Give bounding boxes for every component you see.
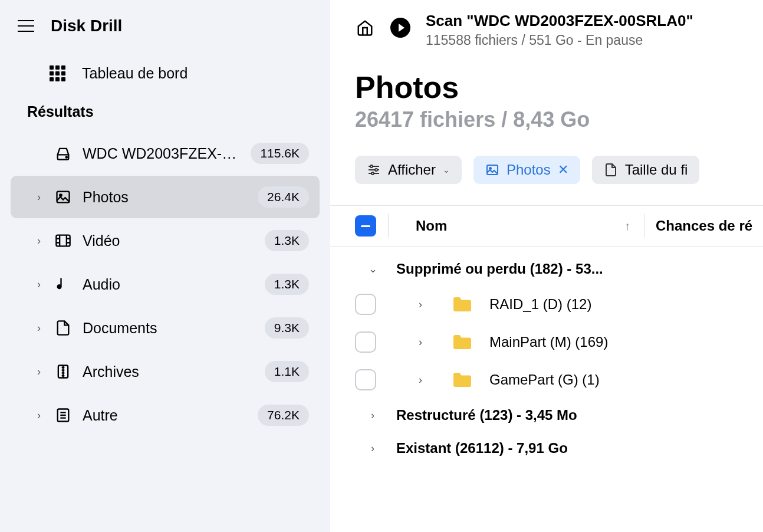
folder-label: RAID_1 (D) (12): [489, 296, 591, 313]
svg-point-8: [371, 172, 374, 175]
sidebar-item-audio[interactable]: › Audio 1.3K: [11, 263, 320, 306]
svg-point-0: [66, 156, 67, 157]
home-button[interactable]: [355, 18, 375, 38]
chevron-right-icon[interactable]: ›: [34, 278, 44, 291]
filter-size-button[interactable]: Taille du fi: [592, 156, 700, 184]
app-title: Disk Drill: [51, 17, 122, 35]
sidebar-item-label: Documents: [83, 320, 254, 337]
scan-info: Scan "WDC WD2003FZEX-00SRLA0" 115588 fic…: [426, 12, 693, 48]
select-all-checkbox[interactable]: [355, 215, 376, 237]
sidebar-item-disk[interactable]: › WDC WD2003FZEX-0... 115.6K: [11, 132, 320, 175]
filter-bar: Afficher ⌄ Photos ✕ Taille du fi: [330, 156, 763, 205]
count-badge: 1.3K: [265, 274, 309, 295]
count-badge: 115.6K: [251, 143, 309, 164]
hamburger-menu-button[interactable]: [18, 20, 34, 32]
chevron-right-icon[interactable]: ›: [355, 409, 390, 422]
svg-point-7: [375, 169, 377, 171]
play-button[interactable]: [390, 18, 410, 38]
sort-ascending-icon: ↑: [624, 219, 630, 233]
folder-row[interactable]: › RAID_1 (D) (12): [330, 285, 763, 323]
sidebar-item-label: Archives: [83, 363, 254, 380]
sidebar-item-other[interactable]: › Autre 76.2K: [11, 394, 320, 436]
scan-title: Scan "WDC WD2003FZEX-00SRLA0": [426, 12, 693, 30]
dashboard-label: Tableau de bord: [82, 65, 188, 82]
sidebar-item-label: Autre: [83, 407, 247, 424]
page-title: Photos: [355, 70, 763, 105]
row-checkbox[interactable]: [355, 331, 376, 353]
sidebar-item-label: WDC WD2003FZEX-0...: [83, 145, 240, 162]
svg-rect-3: [56, 235, 70, 247]
sidebar-item-label: Photos: [83, 189, 247, 206]
filter-size-label: Taille du fi: [625, 162, 688, 178]
play-icon: [399, 24, 404, 32]
group-label: Supprimé ou perdu (182) - 53...: [396, 261, 603, 277]
chevron-right-icon[interactable]: ›: [34, 409, 44, 422]
image-icon: [54, 188, 72, 206]
chevron-right-icon[interactable]: ›: [34, 366, 44, 378]
folder-row[interactable]: › GamePart (G) (1): [330, 361, 763, 399]
row-checkbox[interactable]: [355, 294, 376, 315]
table-rows: ⌄ Supprimé ou perdu (182) - 53... › RAID…: [330, 247, 763, 465]
column-header-chances[interactable]: Chances de ré: [645, 218, 763, 234]
audio-icon: [54, 275, 72, 293]
sidebar-item-documents[interactable]: › Documents 9.3K: [11, 307, 320, 349]
chevron-right-icon[interactable]: ›: [34, 191, 44, 203]
sidebar: Disk Drill Tableau de bord Résultats › W…: [0, 0, 330, 532]
group-label: Restructuré (123) - 3,45 Mo: [396, 407, 577, 423]
sidebar-item-label: Vidéo: [83, 232, 254, 249]
svg-point-6: [370, 165, 373, 168]
count-badge: 76.2K: [258, 405, 309, 426]
sidebar-item-video[interactable]: › Vidéo 1.3K: [11, 219, 320, 262]
dashboard-grid-icon: [50, 65, 65, 81]
sliders-icon: [367, 163, 381, 177]
filter-active-label: Photos: [507, 162, 551, 178]
archive-icon: [54, 363, 72, 380]
folder-icon: [452, 333, 473, 351]
row-checkbox[interactable]: [355, 369, 376, 390]
column-header-name[interactable]: Nom ↑: [405, 218, 644, 234]
folder-icon: [452, 371, 473, 389]
folder-label: GamePart (G) (1): [489, 372, 600, 388]
disk-icon: [54, 145, 72, 162]
chevron-right-icon[interactable]: ›: [34, 322, 44, 334]
sidebar-item-photos[interactable]: › Photos 26.4K: [11, 176, 320, 218]
sidebar-item-dashboard[interactable]: Tableau de bord: [0, 59, 330, 103]
filter-display-label: Afficher: [388, 162, 436, 178]
scan-subtitle: 115588 fichiers / 551 Go - En pause: [426, 32, 693, 48]
sidebar-section-title: Résultats: [0, 103, 330, 131]
other-icon: [54, 406, 72, 424]
group-row-deleted[interactable]: ⌄ Supprimé ou perdu (182) - 53...: [330, 252, 763, 285]
table-header: Nom ↑ Chances de ré: [330, 205, 763, 247]
group-row-existing[interactable]: › Existant (26112) - 7,91 Go: [330, 432, 763, 465]
chevron-right-icon[interactable]: ›: [406, 374, 435, 386]
topbar: Scan "WDC WD2003FZEX-00SRLA0" 115588 fic…: [330, 12, 763, 70]
chevron-right-icon[interactable]: ›: [355, 442, 390, 455]
count-badge: 1.3K: [265, 230, 309, 251]
chevron-right-icon[interactable]: ›: [406, 336, 435, 349]
page-head: Photos 26417 fichiers / 8,43 Go: [330, 70, 763, 132]
group-row-restructured[interactable]: › Restructuré (123) - 3,45 Mo: [330, 399, 763, 432]
filter-display-button[interactable]: Afficher ⌄: [355, 156, 462, 184]
image-icon: [485, 163, 499, 177]
chevron-right-icon[interactable]: ›: [34, 235, 44, 247]
document-icon: [604, 163, 618, 177]
count-badge: 9.3K: [265, 317, 309, 339]
main-panel: Scan "WDC WD2003FZEX-00SRLA0" 115588 fic…: [330, 0, 763, 532]
svg-point-2: [60, 194, 62, 196]
close-icon[interactable]: ✕: [558, 162, 568, 178]
folder-icon: [452, 295, 473, 313]
sidebar-item-label: Audio: [83, 276, 254, 293]
sidebar-header: Disk Drill: [0, 17, 330, 59]
folder-row[interactable]: › MainPart (M) (169): [330, 323, 763, 361]
chevron-down-icon: ⌄: [443, 165, 450, 175]
document-icon: [54, 319, 72, 337]
video-icon: [54, 232, 72, 249]
chevron-down-icon[interactable]: ⌄: [355, 262, 390, 275]
sidebar-item-archives[interactable]: › Archives 1.1K: [11, 350, 320, 393]
page-subtitle: 26417 fichiers / 8,43 Go: [355, 107, 763, 132]
count-badge: 1.1K: [265, 361, 309, 382]
chevron-right-icon[interactable]: ›: [406, 298, 435, 311]
svg-point-10: [489, 168, 491, 169]
filter-active-photos[interactable]: Photos ✕: [473, 156, 580, 184]
divider: [388, 214, 389, 238]
